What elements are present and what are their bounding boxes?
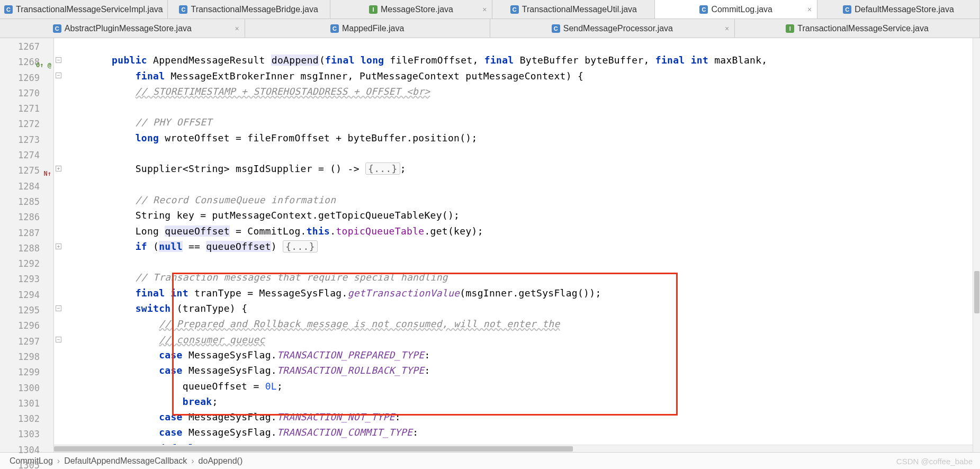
editor-area: 12671268O↑ @1269127012711272127312741275… — [0, 38, 980, 452]
horizontal-scrollbar[interactable] — [54, 445, 973, 452]
line-number[interactable]: 1274 — [0, 148, 40, 163]
editor-tab[interactable]: CAbstractPluginMessageStore.java× — [0, 19, 245, 38]
tab-label: CommitLog.java — [711, 5, 772, 14]
method-name: doAppend — [271, 55, 319, 66]
editor-tabs-row-2: CAbstractPluginMessageStore.java×CMapped… — [0, 19, 980, 38]
code-line — [65, 179, 980, 194]
line-number[interactable]: 1298 — [0, 349, 40, 365]
vertical-scroll-thumb[interactable] — [974, 271, 979, 313]
line-number[interactable]: 1287 — [0, 226, 40, 241]
line-number[interactable]: 1296 — [0, 318, 40, 333]
vertical-scrollbar[interactable] — [973, 38, 980, 452]
line-number[interactable]: 1288 — [0, 241, 40, 256]
line-number[interactable]: 1293 — [0, 272, 40, 287]
interface-file-icon: I — [786, 24, 794, 33]
line-number[interactable]: 1271 — [0, 101, 40, 116]
anonymous-class-marker-icon[interactable]: N↑ — [44, 166, 51, 182]
close-icon[interactable]: × — [725, 24, 729, 33]
class-file-icon: C — [699, 5, 708, 14]
editor-tab[interactable]: CTransactionalMessageUtil.java — [492, 0, 655, 19]
folded-region[interactable]: {...} — [365, 163, 400, 175]
horizontal-scroll-thumb[interactable] — [54, 446, 573, 452]
code-line: final int tranType = MessageSysFlag.getT… — [65, 287, 980, 303]
code-line: String key = putMessageContext.getTopicQ… — [65, 210, 980, 225]
line-number[interactable]: 1304 — [0, 443, 40, 458]
close-icon[interactable]: × — [235, 24, 239, 33]
code-line: public AppendMessageResult doAppend(fina… — [65, 55, 980, 70]
line-number[interactable]: 1267 — [0, 39, 40, 55]
code-line: switch (tranType) { — [65, 303, 980, 318]
breadcrumb-item[interactable]: doAppend() — [199, 456, 243, 466]
tab-label: TransactionalMessageServiceImpl.java — [16, 5, 163, 14]
class-file-icon: C — [552, 24, 560, 33]
editor-tab[interactable]: ITransactionalMessageService.java — [735, 19, 980, 38]
fold-toggle-icon[interactable]: − — [56, 73, 61, 78]
line-number[interactable]: 1286 — [0, 210, 40, 225]
editor-tab[interactable]: CCommitLog.java× — [655, 0, 817, 19]
fold-toggle-icon[interactable]: − — [56, 337, 61, 342]
line-number[interactable]: 1294 — [0, 287, 40, 303]
class-file-icon: C — [53, 24, 61, 33]
code-line: final MessageExtBrokerInner msgInner, Pu… — [65, 70, 980, 86]
line-number[interactable]: 1292 — [0, 256, 40, 272]
line-number[interactable]: 1275N↑ — [0, 163, 40, 178]
fold-toggle-icon[interactable]: − — [56, 57, 61, 63]
tab-label: MessageStore.java — [381, 5, 453, 14]
close-icon[interactable]: × — [158, 5, 162, 14]
code-line — [65, 148, 980, 163]
code-line: case MessageSysFlag.TRANSACTION_PREPARED… — [65, 349, 980, 365]
line-number[interactable]: 1273 — [0, 132, 40, 148]
line-number[interactable]: 1285 — [0, 194, 40, 210]
breadcrumb-separator-icon: › — [191, 456, 194, 466]
code-line: long wroteOffset = fileFromOffset + byte… — [65, 132, 980, 148]
code-line: case MessageSysFlag.TRANSACTION_COMMIT_T… — [65, 427, 980, 442]
editor-tab[interactable]: CMappedFile.java — [245, 19, 490, 38]
editor-tab[interactable]: CTransactionalMessageBridge.java — [168, 0, 330, 19]
line-number[interactable]: 1305 — [0, 458, 40, 469]
code-line — [65, 256, 980, 272]
class-file-icon: C — [4, 5, 13, 14]
code-line — [65, 101, 980, 116]
code-line: Long queueOffset = CommitLog.this.topicQ… — [65, 226, 980, 241]
code-line: // Record ConsumeQueue information — [65, 194, 980, 210]
line-number[interactable]: 1302 — [0, 411, 40, 427]
line-number[interactable]: 1299 — [0, 365, 40, 380]
code-line: if (null == queueOffset) {...} — [65, 241, 980, 256]
line-number[interactable]: 1272 — [0, 116, 40, 132]
editor-tab[interactable]: CDefaultMessageStore.java — [817, 0, 980, 19]
breadcrumb-bar: CommitLog›DefaultAppendMessageCallback›d… — [0, 452, 980, 469]
line-number[interactable]: 1268O↑ @ — [0, 55, 40, 70]
code-line: // Prepared and Rollback message is not … — [65, 318, 980, 333]
editor-tabs-row-1: CTransactionalMessageServiceImpl.java×CT… — [0, 0, 980, 19]
class-file-icon: C — [843, 5, 851, 14]
fold-toggle-icon[interactable]: − — [56, 305, 61, 311]
editor-tab[interactable]: IMessageStore.java× — [330, 0, 493, 19]
line-number[interactable]: 1269 — [0, 70, 40, 86]
editor-tab[interactable]: CSendMessageProcessor.java× — [490, 19, 735, 38]
line-number[interactable]: 1300 — [0, 381, 40, 396]
fold-column: −−++−− — [54, 38, 64, 452]
breadcrumb-item[interactable]: DefaultAppendMessageCallback — [64, 456, 187, 466]
interface-file-icon: I — [369, 5, 377, 14]
line-number[interactable]: 1297 — [0, 334, 40, 349]
line-number[interactable]: 1303 — [0, 427, 40, 442]
line-number[interactable]: 1301 — [0, 396, 40, 411]
code-line: // PHY OFFSET — [65, 116, 980, 132]
line-number[interactable]: 1295 — [0, 303, 40, 318]
tab-label: DefaultMessageStore.java — [855, 5, 954, 14]
tab-label: TransactionalMessageUtil.java — [522, 5, 637, 14]
line-number[interactable]: 1284 — [0, 179, 40, 194]
tab-label: TransactionalMessageBridge.java — [191, 5, 318, 14]
code-viewport[interactable]: −−++−− public AppendMessageResult doAppe… — [54, 38, 980, 452]
breadcrumb-separator-icon: › — [57, 456, 60, 466]
tab-label: TransactionalMessageService.java — [797, 24, 929, 33]
fold-toggle-icon[interactable]: + — [56, 243, 61, 249]
code-line: // Transaction messages that require spe… — [65, 272, 980, 287]
close-icon[interactable]: × — [807, 5, 812, 14]
fold-toggle-icon[interactable]: + — [56, 166, 61, 172]
close-icon[interactable]: × — [482, 5, 487, 14]
editor-tab[interactable]: CTransactionalMessageServiceImpl.java× — [0, 0, 168, 19]
folded-region[interactable]: {...} — [283, 240, 318, 252]
line-number[interactable]: 1270 — [0, 86, 40, 101]
code-line — [65, 39, 980, 55]
